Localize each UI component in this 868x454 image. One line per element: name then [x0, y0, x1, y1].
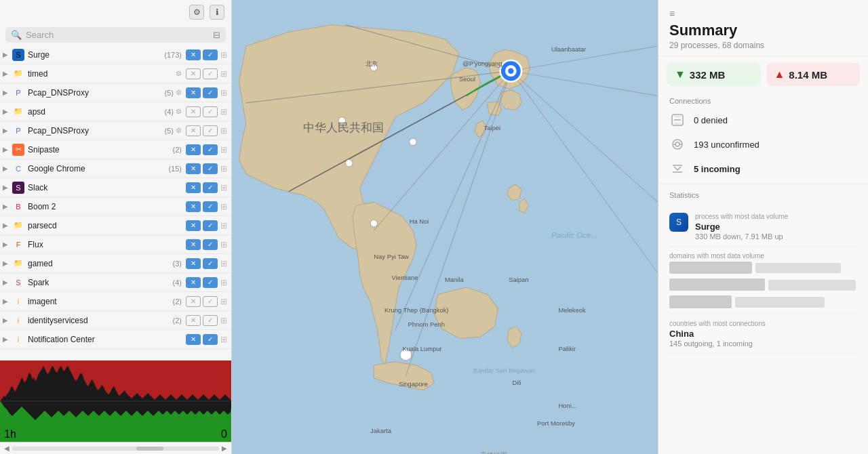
toggle-check-slack[interactable]: ✓ [203, 182, 218, 193]
toggle-check-snipaste[interactable]: ✓ [203, 144, 218, 155]
toggle-x-parsecd[interactable]: ✕ [186, 220, 201, 231]
toggle-x-spark[interactable]: ✕ [186, 277, 201, 288]
expand-arrow-timed[interactable]: ▶ [3, 70, 12, 77]
toggle-x-gamed[interactable]: ✕ [186, 258, 201, 269]
toggle-check-gamed[interactable]: ✓ [203, 258, 218, 269]
process-item-boom[interactable]: ▶BBoom 2✕✓⊞ [0, 197, 231, 216]
toggle-check-timed[interactable]: ✓ [203, 68, 218, 79]
grid-icon-flux[interactable]: ⊞ [220, 240, 227, 249]
toggle-x-chrome[interactable]: ✕ [186, 163, 201, 174]
process-item-gamed[interactable]: ▶📁gamed(3)✕✓⊞ [0, 254, 231, 273]
expand-arrow-spark[interactable]: ▶ [3, 278, 12, 286]
expand-arrow-parsecd[interactable]: ▶ [3, 222, 12, 229]
chart-label-left: 1h [4, 428, 16, 440]
toggle-check-imagent[interactable]: ✓ [203, 296, 218, 307]
process-item-spark[interactable]: ▶SSpark(4)✕✓⊞ [0, 273, 231, 292]
grid-icon-pcap1[interactable]: ⊞ [220, 88, 227, 98]
process-item-slack[interactable]: ▶SSlack✕✓⊞ [0, 178, 231, 197]
process-item-imagent[interactable]: ▶iimagent(2)✕✓⊞ [0, 292, 231, 311]
process-item-parsecd[interactable]: ▶📁parsecd✕✓⊞ [0, 216, 231, 235]
grid-icon-chrome[interactable]: ⊞ [220, 164, 227, 173]
expand-arrow-flux[interactable]: ▶ [3, 241, 12, 248]
chart-labels: 1h 0 [0, 427, 231, 442]
toggle-x-pcap2[interactable]: ✕ [186, 125, 201, 136]
process-item-timed[interactable]: ▶📁timed⚙✕✓⊞ [0, 64, 231, 83]
info-icon[interactable]: ℹ [210, 5, 224, 20]
grid-icon-boom[interactable]: ⊞ [220, 202, 227, 211]
grid-icon-apsd[interactable]: ⊞ [220, 107, 227, 117]
grid-icon-timed[interactable]: ⊞ [220, 69, 227, 79]
expand-arrow-surge[interactable]: ▶ [3, 51, 12, 58]
toggle-check-spark[interactable]: ✓ [203, 277, 218, 288]
toggle-x-notification[interactable]: ✕ [186, 334, 201, 345]
search-input[interactable] [26, 30, 209, 40]
summary-subtitle: 29 processes, 68 domains [669, 41, 857, 50]
process-item-notification[interactable]: ▶iNotification Center✕✓⊞ [0, 330, 231, 349]
gear-icon-timed[interactable]: ⚙ [176, 70, 182, 77]
toggle-x-slack[interactable]: ✕ [186, 182, 201, 193]
process-item-snipaste[interactable]: ▶✂Snipaste(2)✕✓⊞ [0, 140, 231, 159]
grid-icon-pcap2[interactable]: ⊞ [220, 126, 227, 136]
expand-arrow-chrome[interactable]: ▶ [3, 165, 12, 172]
gear-icon-pcap1[interactable]: ⚙ [176, 89, 182, 96]
grid-icon-notification[interactable]: ⊞ [220, 335, 227, 344]
toggle-check-apsd[interactable]: ✓ [203, 106, 218, 117]
expand-arrow-apsd[interactable]: ▶ [3, 108, 12, 115]
gear-icon-apsd[interactable]: ⚙ [176, 108, 182, 115]
toggle-check-pcap1[interactable]: ✓ [203, 87, 218, 98]
expand-arrow-gamed[interactable]: ▶ [3, 260, 12, 267]
toggle-x-apsd[interactable]: ✕ [186, 106, 201, 117]
grid-icon-surge[interactable]: ⊞ [220, 50, 227, 60]
process-item-chrome[interactable]: ▶CGoogle Chrome(15)✕✓⊞ [0, 159, 231, 178]
process-item-pcap2[interactable]: ▶PPcap_DNSProxy(5)⚙✕✓⊞ [0, 121, 231, 140]
toggle-x-identity[interactable]: ✕ [186, 315, 201, 326]
toggle-check-boom[interactable]: ✓ [203, 201, 218, 212]
process-item-flux[interactable]: ▶FFlux✕✓⊞ [0, 235, 231, 254]
domains-sub-label: domains with most data volume [669, 252, 857, 260]
right-panel: ≡ Summary 29 processes, 68 domains ▼ 332… [658, 0, 868, 454]
toggle-check-pcap2[interactable]: ✓ [203, 125, 218, 136]
toggle-x-pcap1[interactable]: ✕ [186, 87, 201, 98]
toggle-check-notification[interactable]: ✓ [203, 334, 218, 345]
toggle-check-parsecd[interactable]: ✓ [203, 220, 218, 231]
toggle-x-boom[interactable]: ✕ [186, 201, 201, 212]
grid-icon-spark[interactable]: ⊞ [220, 278, 227, 287]
process-item-surge[interactable]: ▶SSurge(173)✕✓⊞ [0, 45, 231, 64]
settings-icon[interactable]: ⚙ [189, 5, 204, 20]
scroll-right-icon[interactable]: ▶ [222, 445, 227, 452]
grid-icon-gamed[interactable]: ⊞ [220, 259, 227, 268]
expand-arrow-identity[interactable]: ▶ [3, 316, 12, 324]
grid-icon-identity[interactable]: ⊞ [220, 316, 227, 325]
toggle-check-surge[interactable]: ✓ [203, 49, 218, 60]
countries-sub-label: countries with most connections [669, 320, 857, 327]
toggle-x-flux[interactable]: ✕ [186, 239, 201, 250]
toggle-x-snipaste[interactable]: ✕ [186, 144, 201, 155]
process-icon-imagent: i [12, 295, 24, 308]
process-item-pcap1[interactable]: ▶PPcap_DNSProxy(5)⚙✕✓⊞ [0, 83, 231, 102]
toggle-check-flux[interactable]: ✓ [203, 239, 218, 250]
filter-icon[interactable]: ⊟ [213, 30, 220, 40]
scroll-track[interactable] [12, 447, 219, 451]
toggle-check-identity[interactable]: ✓ [203, 315, 218, 326]
grid-icon-snipaste[interactable]: ⊞ [220, 145, 227, 154]
expand-arrow-notification[interactable]: ▶ [3, 335, 12, 343]
process-item-apsd[interactable]: ▶📁apsd(4)⚙✕✓⊞ [0, 102, 231, 121]
toggle-x-timed[interactable]: ✕ [186, 68, 201, 79]
grid-icon-parsecd[interactable]: ⊞ [220, 221, 227, 230]
hamburger-icon[interactable]: ≡ [669, 8, 857, 19]
toggle-check-chrome[interactable]: ✓ [203, 163, 218, 174]
toggle-x-imagent[interactable]: ✕ [186, 296, 201, 307]
expand-arrow-slack[interactable]: ▶ [3, 184, 12, 191]
process-list: ▶SSurge(173)✕✓⊞▶📁timed⚙✕✓⊞▶PPcap_DNSProx… [0, 45, 231, 360]
grid-icon-slack[interactable]: ⊞ [220, 183, 227, 192]
expand-arrow-pcap2[interactable]: ▶ [3, 127, 12, 134]
expand-arrow-snipaste[interactable]: ▶ [3, 146, 12, 153]
toggle-x-surge[interactable]: ✕ [186, 49, 201, 60]
scroll-left-icon[interactable]: ◀ [4, 445, 9, 452]
expand-arrow-imagent[interactable]: ▶ [3, 297, 12, 305]
process-item-identity[interactable]: ▶iidentityservicesd(2)✕✓⊞ [0, 311, 231, 330]
gear-icon-pcap2[interactable]: ⚙ [176, 127, 182, 134]
expand-arrow-boom[interactable]: ▶ [3, 203, 12, 210]
grid-icon-imagent[interactable]: ⊞ [220, 297, 227, 306]
expand-arrow-pcap1[interactable]: ▶ [3, 89, 12, 96]
